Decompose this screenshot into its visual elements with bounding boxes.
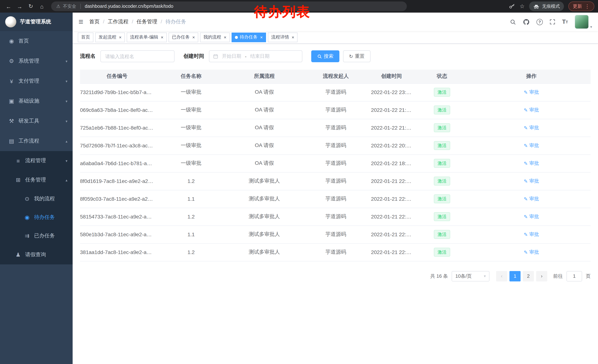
sidebar-item-devtools[interactable]: ⚒ 研发工具 ▾ bbox=[0, 111, 73, 131]
column-header: 流程发起人 bbox=[301, 70, 371, 83]
omnibox-divider bbox=[80, 4, 81, 9]
tab[interactable]: 发起流程 × bbox=[95, 32, 125, 42]
cell-action: ✎ 审批 bbox=[472, 226, 591, 243]
goto-page-input[interactable] bbox=[566, 271, 582, 281]
browser-forward-button[interactable]: → bbox=[15, 1, 25, 11]
breadcrumb-item[interactable]: 待办任务 bbox=[161, 18, 186, 25]
security-warning-icon: ⚠ bbox=[56, 4, 60, 9]
breadcrumb-item[interactable]: 任务管理 bbox=[132, 18, 157, 25]
bookmark-star-icon[interactable]: ☆ bbox=[520, 3, 525, 10]
help-icon[interactable]: ? bbox=[537, 19, 543, 25]
end-date-placeholder[interactable]: 结束日期 bbox=[250, 53, 270, 60]
close-icon[interactable]: × bbox=[192, 35, 195, 40]
tab[interactable]: 流程表单-编辑 × bbox=[127, 32, 167, 42]
tab[interactable]: 首页 × bbox=[78, 32, 93, 42]
approve-button[interactable]: ✎ 审批 bbox=[524, 89, 539, 96]
approve-button[interactable]: ✎ 审批 bbox=[524, 178, 539, 184]
page-size-select[interactable]: 10条/页 ▾ bbox=[452, 271, 490, 281]
cell-task-id: 580e1b3d-7ac8-11ec-a9e2-a2380e71991a bbox=[80, 226, 154, 243]
app-logo[interactable]: 芋道管理系统 bbox=[0, 13, 73, 31]
tab[interactable]: 已办任务 × bbox=[169, 32, 198, 42]
sidebar-item-label: 系统管理 bbox=[18, 58, 39, 65]
prev-page-button[interactable]: ‹ bbox=[496, 271, 507, 281]
github-icon[interactable] bbox=[523, 18, 530, 25]
browser-reload-button[interactable]: ↻ bbox=[26, 1, 36, 11]
breadcrumb-item[interactable]: 工作流程 bbox=[103, 18, 129, 25]
navbar-actions: ? TT ▾ bbox=[510, 15, 592, 29]
close-icon[interactable]: × bbox=[119, 35, 122, 40]
tab[interactable]: 待办任务 × bbox=[232, 32, 266, 42]
table-row: 75d72608-7b7f-11ec-a3c8-acde48001122 一级审… bbox=[80, 137, 590, 154]
sidebar-item-my-process[interactable]: ⊙ 我的流程 bbox=[0, 190, 73, 208]
approve-button[interactable]: ✎ 审批 bbox=[524, 213, 539, 220]
avatar[interactable] bbox=[575, 15, 589, 29]
cell-created-time: 2022-01-22 21:48:48 bbox=[371, 101, 412, 119]
sidebar-toggle-icon[interactable]: ≡ bbox=[79, 18, 83, 26]
date-range-picker[interactable]: 开始日期 - 结束日期 bbox=[209, 50, 302, 62]
cell-created-time: 2022-01-22 18:25:41 bbox=[371, 154, 412, 172]
approve-button[interactable]: ✎ 审批 bbox=[524, 249, 539, 256]
browser-update-button[interactable]: 更新 ⋮ bbox=[568, 1, 594, 11]
sidebar-item-infrastructure[interactable]: ▣ 基础设施 ▾ bbox=[0, 91, 73, 111]
status-badge: 激活 bbox=[434, 212, 450, 221]
cell-action: ✎ 审批 bbox=[472, 208, 591, 226]
cell-status: 激活 bbox=[412, 226, 472, 243]
close-icon[interactable]: × bbox=[291, 35, 294, 40]
approve-button[interactable]: ✎ 审批 bbox=[524, 142, 539, 149]
app-shell: 芋道管理系统 ◉ 首页 ⚙ 系统管理 ▾ ¥ 支付管理 ▾ ▣ bbox=[0, 13, 598, 364]
reset-button[interactable]: ↻ 重置 bbox=[343, 50, 371, 62]
close-icon[interactable]: × bbox=[260, 35, 263, 40]
sidebar-item-todo-task[interactable]: ◉ 待办任务 bbox=[0, 208, 73, 226]
breadcrumb-item[interactable]: 首页 bbox=[89, 18, 100, 25]
chevron-up-icon: ▴ bbox=[66, 139, 67, 143]
fullscreen-icon[interactable] bbox=[549, 19, 555, 25]
status-badge: 激活 bbox=[434, 159, 450, 168]
cell-task-name: 一级审批 bbox=[154, 119, 228, 137]
sidebar-item-payment[interactable]: ¥ 支付管理 ▾ bbox=[0, 71, 73, 91]
sidebar-item-done-task[interactable]: ⇉ 已办任务 bbox=[0, 226, 73, 245]
close-icon[interactable]: × bbox=[161, 35, 163, 40]
sidebar-item-workflow[interactable]: ▤ 工作流程 ▴ bbox=[0, 131, 73, 151]
sidebar-item-label: 首页 bbox=[18, 38, 29, 44]
sidebar-item-label: 请假查询 bbox=[25, 251, 46, 258]
sidebar-item-label: 流程管理 bbox=[25, 157, 46, 164]
address-bar[interactable]: ⚠ 不安全 dashboard.yudao.iocoder.cn/bpm/tas… bbox=[51, 1, 407, 11]
approve-button[interactable]: ✎ 审批 bbox=[524, 124, 539, 131]
browser-actions: ☆ 无痕模式 更新 ⋮ bbox=[508, 1, 594, 11]
page-unit-label: 页 bbox=[586, 273, 590, 279]
password-key-icon[interactable] bbox=[508, 3, 515, 10]
money-icon: ¥ bbox=[8, 78, 16, 84]
range-separator: - bbox=[245, 54, 247, 59]
update-label: 更新 bbox=[573, 3, 582, 9]
approve-button[interactable]: ✎ 审批 bbox=[524, 231, 539, 238]
approve-button[interactable]: ✎ 审批 bbox=[524, 160, 539, 167]
incognito-label: 无痕模式 bbox=[542, 3, 560, 9]
user-menu[interactable]: ▾ bbox=[575, 15, 592, 29]
approve-button[interactable]: ✎ 审批 bbox=[524, 195, 539, 202]
sidebar-item-task-management[interactable]: ⊞ 任务管理 ▴ bbox=[0, 170, 73, 190]
cell-task-name: 一级审批 bbox=[154, 83, 228, 101]
sidebar-item-process-management[interactable]: ≡ 流程管理 ▾ bbox=[0, 151, 73, 170]
sidebar-item-system[interactable]: ⚙ 系统管理 ▾ bbox=[0, 51, 73, 71]
search-button[interactable]: 搜索 bbox=[311, 50, 339, 62]
security-label: 不安全 bbox=[63, 3, 76, 9]
table-row: 58154733-7ac8-11ec-a9e2-a2380e71991a 1.2… bbox=[80, 208, 590, 226]
page-number-button[interactable]: 1 bbox=[509, 271, 521, 281]
process-name-input[interactable] bbox=[100, 50, 174, 62]
tab[interactable]: 我的流程 × bbox=[200, 32, 230, 42]
tab[interactable]: 流程详情 × bbox=[268, 32, 298, 42]
search-icon[interactable] bbox=[510, 19, 516, 25]
approve-button[interactable]: ✎ 审批 bbox=[524, 107, 539, 113]
cell-task-id: 8f059c03-7ac8-11ec-a9e2-a2380e71991a bbox=[80, 190, 154, 208]
browser-home-button[interactable]: ⌂ bbox=[37, 1, 47, 11]
page-number-button[interactable]: 2 bbox=[523, 271, 534, 281]
close-icon[interactable]: × bbox=[224, 35, 226, 40]
browser-menu-icon[interactable]: ⋮ bbox=[585, 3, 590, 9]
sidebar-item-home[interactable]: ◉ 首页 bbox=[0, 31, 73, 51]
browser-back-button[interactable]: ← bbox=[4, 1, 13, 11]
edit-icon: ✎ bbox=[524, 196, 528, 202]
next-page-button[interactable]: › bbox=[536, 271, 547, 281]
text-size-icon[interactable]: TT bbox=[562, 18, 568, 25]
sidebar-item-leave-query[interactable]: ♟ 请假查询 bbox=[0, 245, 73, 264]
start-date-placeholder[interactable]: 开始日期 bbox=[222, 53, 241, 60]
